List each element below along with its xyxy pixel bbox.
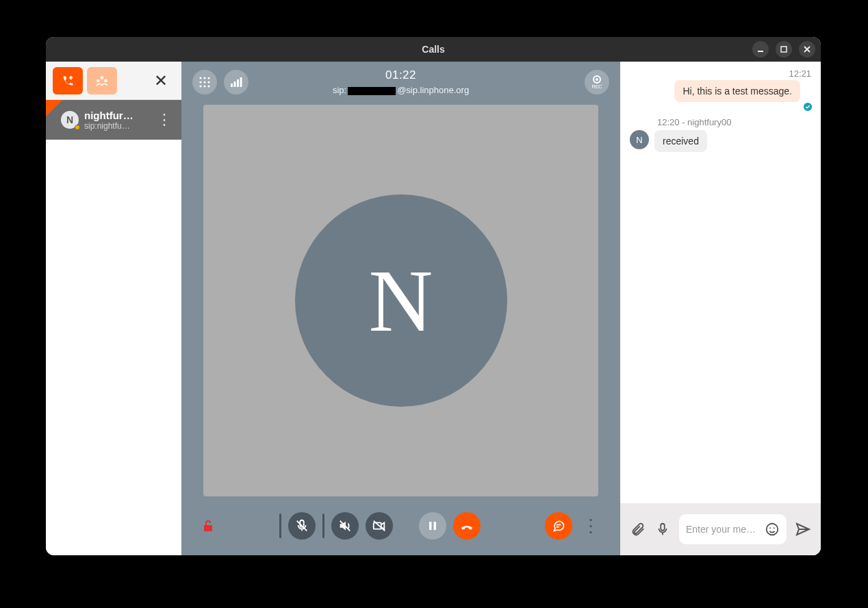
svg-point-8 — [199, 81, 201, 83]
chat-icon — [552, 519, 565, 533]
mute-mic-button[interactable] — [288, 512, 316, 540]
svg-rect-15 — [234, 81, 236, 87]
svg-rect-17 — [240, 77, 242, 87]
dialpad-icon — [199, 76, 211, 88]
svg-rect-16 — [237, 79, 239, 87]
titlebar: Calls — [46, 37, 821, 62]
encryption-button[interactable] — [202, 519, 214, 533]
remote-avatar-letter: N — [369, 249, 433, 352]
video-area: N — [203, 105, 598, 496]
separator — [322, 514, 324, 538]
svg-point-25 — [767, 524, 778, 535]
close-icon: ✕ — [154, 71, 168, 90]
media-controls — [279, 512, 481, 540]
kebab-icon: ⋮ — [157, 111, 172, 128]
emoji-icon — [765, 522, 780, 537]
avatar-letter: N — [66, 114, 73, 125]
svg-point-11 — [199, 85, 201, 87]
call-item-menu-button[interactable]: ⋮ — [153, 111, 176, 129]
emoji-button[interactable] — [765, 521, 780, 537]
app-window: Calls — [46, 37, 821, 555]
record-icon — [593, 75, 601, 84]
speaker-off-icon — [337, 518, 353, 533]
compose-bar — [620, 503, 821, 555]
window-title: Calls — [422, 44, 444, 55]
send-icon — [795, 521, 811, 537]
svg-rect-14 — [231, 84, 233, 87]
window-controls — [752, 41, 815, 58]
maximize-button[interactable] — [776, 41, 792, 58]
close-window-button[interactable] — [799, 41, 815, 58]
sender-avatar: N — [630, 130, 649, 149]
svg-rect-18 — [204, 525, 212, 531]
signal-icon — [230, 76, 242, 88]
paperclip-icon — [630, 522, 646, 537]
unlocked-icon — [202, 519, 214, 533]
call-header: 01:22 sip:@sip.linphone.org REC — [181, 62, 620, 95]
svg-rect-0 — [758, 51, 763, 52]
active-call-badge — [46, 100, 62, 116]
contact-avatar: N — [61, 111, 79, 129]
active-call-item[interactable]: N nightfur… sip:nightfu… ⋮ — [46, 100, 181, 140]
svg-point-9 — [203, 81, 205, 83]
microphone-icon — [655, 522, 670, 537]
minimize-button[interactable] — [752, 41, 769, 58]
new-call-button[interactable] — [53, 67, 83, 94]
contact-name: nightfur… — [84, 110, 147, 121]
presence-dot-icon — [75, 125, 80, 130]
message-input-wrapper — [679, 514, 787, 544]
message-list: 12:21 Hi, this is a test message. 12:20 … — [620, 62, 821, 503]
camera-button[interactable] — [366, 512, 393, 540]
camera-off-icon — [372, 518, 387, 533]
dialpad-button[interactable] — [192, 70, 217, 94]
group-icon — [94, 73, 110, 88]
remote-sip-address: sip:@sip.linphone.org — [195, 85, 607, 95]
message-bubble: received — [654, 130, 707, 152]
call-panel: 01:22 sip:@sip.linphone.org REC N — [181, 62, 620, 555]
conference-button[interactable] — [87, 67, 117, 94]
record-button[interactable]: REC — [585, 70, 609, 94]
svg-rect-21 — [429, 522, 432, 530]
svg-point-7 — [207, 77, 209, 79]
svg-rect-1 — [781, 47, 787, 52]
svg-point-10 — [207, 81, 209, 83]
svg-point-6 — [203, 77, 205, 79]
svg-point-3 — [97, 79, 100, 82]
kebab-icon: ⋮ — [582, 516, 600, 536]
pause-call-button[interactable] — [419, 512, 446, 540]
sidebar-toolbar: ✕ — [46, 62, 181, 100]
avatar-letter: N — [636, 135, 642, 145]
record-label: REC — [592, 84, 602, 89]
attach-button[interactable] — [630, 521, 646, 537]
call-quality-button[interactable] — [224, 70, 248, 94]
message-input[interactable] — [686, 524, 759, 535]
mic-off-icon — [294, 518, 309, 533]
svg-point-26 — [769, 527, 771, 529]
close-panel-button[interactable]: ✕ — [147, 67, 175, 94]
hangup-button[interactable] — [453, 512, 481, 540]
incoming-message: N received — [630, 130, 811, 152]
svg-rect-22 — [433, 522, 436, 530]
remote-avatar: N — [295, 194, 507, 407]
send-button[interactable] — [795, 521, 811, 537]
call-labels: nightfur… sip:nightfu… — [84, 110, 147, 131]
voice-message-button[interactable] — [654, 521, 671, 537]
delivered-icon — [803, 102, 813, 112]
sidebar: ✕ N nightfur… sip:nightfu… ⋮ — [46, 62, 181, 555]
separator — [279, 514, 281, 538]
incoming-header: 12:20 - nightfury00 — [657, 117, 811, 127]
open-chat-button[interactable] — [545, 512, 572, 540]
message-bubble: Hi, this is a test message. — [674, 80, 800, 102]
more-options-button[interactable]: ⋮ — [582, 516, 600, 537]
svg-point-13 — [207, 85, 209, 87]
svg-point-5 — [199, 77, 201, 79]
extra-controls: ⋮ — [545, 512, 600, 540]
call-controls: ⋮ — [181, 496, 620, 555]
redacted-user — [348, 87, 396, 95]
mute-speaker-button[interactable] — [331, 512, 359, 540]
svg-point-2 — [101, 76, 104, 79]
hangup-icon — [459, 518, 474, 533]
svg-point-27 — [774, 527, 775, 529]
svg-point-4 — [104, 79, 107, 82]
app-body: ✕ N nightfur… sip:nightfu… ⋮ — [46, 62, 821, 555]
